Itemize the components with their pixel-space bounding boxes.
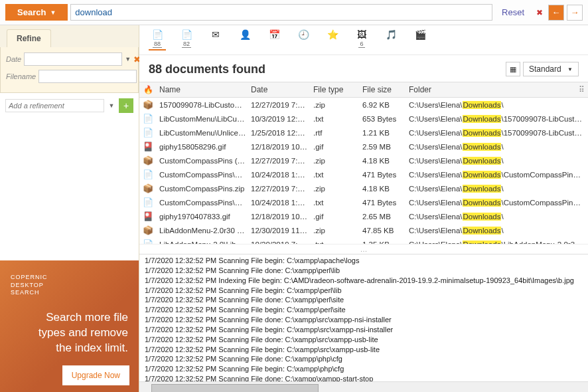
- chevron-down-icon[interactable]: ▼: [125, 56, 131, 62]
- table-row[interactable]: 📄LibCustomMenu\LibCustom…10/3/2019 12:11…: [139, 112, 588, 126]
- filter-toolbar: 📄88📄82✉👤📅🕘⭐🖼6🎵🎬: [139, 25, 588, 55]
- cell-folder: C:\Users\Elena\Downloads\1570099078-LibC…: [409, 129, 588, 137]
- field-input[interactable]: [24, 52, 122, 66]
- cell-date: 12/27/2019 7:28:39…: [251, 101, 313, 109]
- log-panel: 1/7/2020 12:32:52 PM Scanning File begin…: [139, 254, 588, 381]
- log-line: 1/7/2020 12:32:52 PM Scanning File done:…: [145, 374, 583, 381]
- cell-name: 1570099078-LibCustomMen…: [157, 101, 251, 109]
- cell-name: giphy1970407833.gif: [157, 213, 251, 221]
- cell-name: LibCustomMenu\Unlicense.rtf: [157, 129, 251, 137]
- promo-text: Search more file types and remove the in…: [11, 310, 128, 356]
- table-row[interactable]: 📄LibCustomMenu\Unlicense.rtf1/25/2018 12…: [139, 126, 588, 140]
- horizontal-scrollbar[interactable]: [139, 381, 588, 392]
- filter-emails-icon[interactable]: ✉: [207, 29, 224, 50]
- file-icon: 🎴: [139, 142, 157, 151]
- cell-filetype: .txt: [313, 199, 362, 207]
- filter-calendar-icon[interactable]: 📅: [265, 29, 283, 50]
- filter-documents-icon[interactable]: 📄82: [178, 29, 195, 50]
- col-folder[interactable]: Folder: [409, 85, 575, 94]
- cell-filesize: 4.18 KB: [362, 157, 409, 165]
- view-grid-icon[interactable]: ▦: [506, 62, 520, 76]
- filter-music-icon[interactable]: 🎵: [382, 29, 400, 50]
- view-mode-dropdown[interactable]: Standard: [523, 62, 579, 76]
- table-row[interactable]: 📦LibAddonMenu-2.0r30 (3).zip12/30/2019 1…: [139, 223, 588, 237]
- table-header: 🔥 Name Date File type File size Folder ⠿: [139, 82, 588, 98]
- nav-back-button[interactable]: ←: [548, 5, 564, 21]
- top-bar: Search Reset ✖ ← →: [0, 0, 588, 25]
- field-label: Filename: [6, 72, 36, 80]
- cell-filesize: 6.92 KB: [362, 101, 409, 109]
- log-line: 1/7/2020 12:32:52 PM Scanning File begin…: [145, 364, 583, 374]
- cell-date: 12/18/2019 10:10:5…: [251, 143, 313, 151]
- col-filetype[interactable]: File type: [313, 85, 362, 94]
- cell-filetype: .zip: [313, 101, 362, 109]
- table-row[interactable]: 📦1570099078-LibCustomMen…12/27/2019 7:28…: [139, 98, 588, 112]
- nav-forward-button[interactable]: →: [567, 5, 583, 21]
- table-row[interactable]: 📄CustomCompassPins\Custo…10/24/2018 1:11…: [139, 167, 588, 181]
- file-icon: 📄: [139, 169, 157, 179]
- file-icon: 📄: [139, 128, 157, 138]
- log-line: 1/7/2020 12:32:52 PM Scanning File done:…: [145, 335, 583, 345]
- upgrade-now-button[interactable]: Upgrade Now: [62, 365, 129, 385]
- cell-folder: C:\Users\Elena\Downloads\: [409, 213, 588, 221]
- filter-pictures-icon[interactable]: 🖼6: [353, 29, 370, 50]
- col-filesize[interactable]: File size: [362, 85, 409, 94]
- sidebar: Refine Date▼✖Filename▼✖ ▼ + COPERNIC DES…: [0, 25, 139, 392]
- cell-date: 1/25/2018 12:06:16…: [251, 129, 313, 137]
- search-input[interactable]: [70, 4, 492, 21]
- cell-filesize: 1.21 KB: [362, 129, 409, 137]
- refine-tab[interactable]: Refine: [7, 29, 51, 47]
- search-button[interactable]: Search: [5, 4, 68, 21]
- log-line: 1/7/2020 12:32:52 PM Scanning File done:…: [145, 295, 583, 305]
- cell-filesize: 2.65 MB: [362, 213, 409, 221]
- log-line: 1/7/2020 12:32:52 PM Scanning File done:…: [145, 354, 583, 364]
- col-date[interactable]: Date: [251, 85, 313, 94]
- cell-date: 12/18/2019 10:11:2…: [251, 213, 313, 221]
- field-label: Date: [6, 55, 21, 63]
- cell-name: CustomCompassPins\Custo…: [157, 171, 251, 179]
- file-icon: 📦: [139, 225, 157, 235]
- file-icon: 📦: [139, 155, 157, 165]
- cell-folder: C:\Users\Elena\Downloads\CustomCompassPi…: [409, 199, 588, 207]
- promo-brand: COPERNIC DESKTOP SEARCH: [11, 274, 128, 297]
- table-row[interactable]: 📄LibAddonMenu-2.0\LibAddo…10/20/2019 7:4…: [139, 237, 588, 244]
- cell-folder: C:\Users\Elena\Downloads\: [409, 143, 588, 151]
- filter-contacts-icon[interactable]: 👤: [236, 29, 254, 50]
- cell-filesize: 2.59 MB: [362, 143, 409, 151]
- promo-panel: COPERNIC DESKTOP SEARCH Search more file…: [0, 260, 139, 392]
- filter-videos-icon[interactable]: 🎬: [411, 29, 429, 50]
- results-list: 📦1570099078-LibCustomMen…12/27/2019 7:28…: [139, 98, 588, 244]
- cell-name: LibAddonMenu-2.0r30 (3).zip: [157, 227, 251, 235]
- table-row[interactable]: 🎴giphy158058296.gif12/18/2019 10:10:5….g…: [139, 140, 588, 153]
- table-row[interactable]: 📄CustomCompassPins\Custo…10/24/2018 1:11…: [139, 195, 588, 209]
- cell-filesize: 653 Bytes: [362, 115, 409, 123]
- chevron-down-icon[interactable]: ▼: [107, 102, 116, 109]
- filter-history-icon[interactable]: 🕘: [295, 29, 312, 50]
- file-icon: 📄: [139, 239, 157, 244]
- cell-date: 12/30/2019 11:06:5…: [251, 227, 313, 235]
- log-line: 1/7/2020 12:32:52 PM Scanning File done:…: [145, 266, 583, 276]
- field-input[interactable]: [38, 70, 137, 83]
- cell-date: 10/24/2018 1:11:26…: [251, 199, 313, 207]
- log-line: 1/7/2020 12:32:52 PM Scanning File done:…: [145, 315, 583, 325]
- table-row[interactable]: 📦CustomCompassPins (1).zip12/27/2019 7:3…: [139, 153, 588, 167]
- cell-date: 10/24/2018 1:11:26…: [251, 171, 313, 179]
- col-more-icon[interactable]: ⠿: [575, 85, 588, 94]
- cell-date: 12/27/2019 7:29:32…: [251, 185, 313, 193]
- cell-folder: C:\Users\Elena\Downloads\CustomCompassPi…: [409, 171, 588, 179]
- log-line: 1/7/2020 12:32:52 PM Scanning File begin…: [145, 345, 583, 355]
- cell-filesize: 471 Bytes: [362, 199, 409, 207]
- table-row[interactable]: 🎴giphy1970407833.gif12/18/2019 10:11:2….…: [139, 209, 588, 223]
- fire-icon[interactable]: 🔥: [139, 85, 157, 94]
- file-icon: 📄: [139, 114, 157, 124]
- filter-favorites-icon[interactable]: ⭐: [324, 29, 341, 50]
- add-refinement-input[interactable]: [5, 99, 104, 112]
- cell-filetype: .zip: [313, 227, 362, 235]
- col-name[interactable]: Name: [157, 85, 251, 94]
- close-x-icon[interactable]: ✖: [534, 8, 546, 17]
- filter-files-icon[interactable]: 📄88: [149, 29, 166, 50]
- cell-filesize: 471 Bytes: [362, 171, 409, 179]
- reset-link[interactable]: Reset: [495, 7, 531, 17]
- table-row[interactable]: 📦CustomCompassPins.zip12/27/2019 7:29:32…: [139, 181, 588, 195]
- add-refinement-button[interactable]: +: [119, 98, 133, 113]
